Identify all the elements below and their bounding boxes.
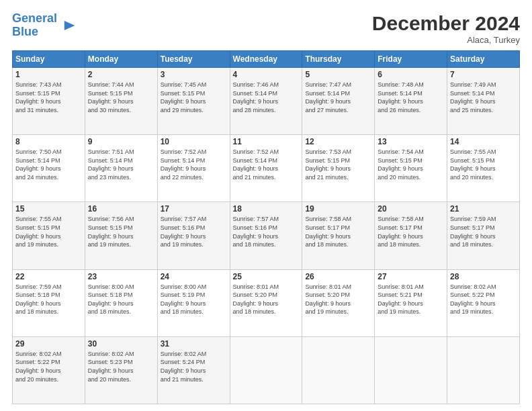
day-number: 16 xyxy=(88,204,154,214)
day-info: Sunrise: 7:57 AM Sunset: 5:16 PM Dayligh… xyxy=(233,215,300,248)
day-header: Thursday xyxy=(302,51,375,68)
day-cell xyxy=(447,336,520,404)
day-info: Sunrise: 7:58 AM Sunset: 5:17 PM Dayligh… xyxy=(305,215,371,248)
day-number: 7 xyxy=(450,70,517,79)
day-cell: 31Sunrise: 8:02 AM Sunset: 5:24 PM Dayli… xyxy=(157,336,230,404)
day-cell: 12Sunrise: 7:53 AM Sunset: 5:15 PM Dayli… xyxy=(302,135,375,202)
day-number: 26 xyxy=(305,272,371,281)
logo-text: GeneralBlue xyxy=(12,12,57,39)
day-info: Sunrise: 8:01 AM Sunset: 5:20 PM Dayligh… xyxy=(305,283,371,316)
day-info: Sunrise: 7:59 AM Sunset: 5:17 PM Dayligh… xyxy=(450,215,517,248)
day-info: Sunrise: 8:01 AM Sunset: 5:21 PM Dayligh… xyxy=(378,283,444,316)
calendar-table: SundayMondayTuesdayWednesdayThursdayFrid… xyxy=(12,50,520,404)
day-cell: 1Sunrise: 7:43 AM Sunset: 5:15 PM Daylig… xyxy=(13,68,85,135)
day-header: Monday xyxy=(85,51,157,68)
day-number: 1 xyxy=(15,70,82,79)
day-cell: 10Sunrise: 7:52 AM Sunset: 5:14 PM Dayli… xyxy=(157,135,230,202)
day-cell: 27Sunrise: 8:01 AM Sunset: 5:21 PM Dayli… xyxy=(375,269,447,336)
day-number: 13 xyxy=(378,137,444,146)
day-info: Sunrise: 8:02 AM Sunset: 5:22 PM Dayligh… xyxy=(15,350,82,383)
day-number: 5 xyxy=(305,70,371,79)
day-cell: 9Sunrise: 7:51 AM Sunset: 5:14 PM Daylig… xyxy=(85,135,157,202)
day-cell xyxy=(302,336,375,404)
day-number: 14 xyxy=(450,137,517,146)
logo-icon xyxy=(58,16,77,35)
day-header: Sunday xyxy=(13,51,85,68)
day-info: Sunrise: 7:50 AM Sunset: 5:14 PM Dayligh… xyxy=(15,148,82,181)
day-cell: 5Sunrise: 7:47 AM Sunset: 5:14 PM Daylig… xyxy=(302,68,375,135)
day-header: Tuesday xyxy=(157,51,230,68)
day-cell: 16Sunrise: 7:56 AM Sunset: 5:15 PM Dayli… xyxy=(85,202,157,269)
day-cell: 30Sunrise: 8:02 AM Sunset: 5:23 PM Dayli… xyxy=(85,336,157,404)
day-number: 27 xyxy=(378,272,444,281)
logo: GeneralBlue xyxy=(12,12,77,39)
day-info: Sunrise: 7:55 AM Sunset: 5:15 PM Dayligh… xyxy=(15,215,82,248)
week-row: 8Sunrise: 7:50 AM Sunset: 5:14 PM Daylig… xyxy=(13,135,520,202)
day-info: Sunrise: 7:52 AM Sunset: 5:14 PM Dayligh… xyxy=(161,148,227,181)
day-number: 11 xyxy=(233,137,300,146)
week-row: 15Sunrise: 7:55 AM Sunset: 5:15 PM Dayli… xyxy=(13,202,520,269)
day-cell: 15Sunrise: 7:55 AM Sunset: 5:15 PM Dayli… xyxy=(13,202,85,269)
day-cell xyxy=(375,336,447,404)
svg-marker-0 xyxy=(64,21,75,30)
title-block: December 2024 Alaca, Turkey xyxy=(372,12,520,45)
day-number: 21 xyxy=(450,204,517,214)
day-info: Sunrise: 7:49 AM Sunset: 5:14 PM Dayligh… xyxy=(450,81,517,114)
week-row: 29Sunrise: 8:02 AM Sunset: 5:22 PM Dayli… xyxy=(13,336,520,404)
day-info: Sunrise: 7:58 AM Sunset: 5:17 PM Dayligh… xyxy=(378,215,444,248)
day-cell: 25Sunrise: 8:01 AM Sunset: 5:20 PM Dayli… xyxy=(230,269,302,336)
day-cell: 23Sunrise: 8:00 AM Sunset: 5:18 PM Dayli… xyxy=(85,269,157,336)
day-number: 31 xyxy=(161,339,227,349)
day-number: 25 xyxy=(233,272,300,281)
day-cell: 18Sunrise: 7:57 AM Sunset: 5:16 PM Dayli… xyxy=(230,202,302,269)
day-cell: 14Sunrise: 7:55 AM Sunset: 5:15 PM Dayli… xyxy=(447,135,520,202)
day-cell: 29Sunrise: 8:02 AM Sunset: 5:22 PM Dayli… xyxy=(13,336,85,404)
day-cell: 20Sunrise: 7:58 AM Sunset: 5:17 PM Dayli… xyxy=(375,202,447,269)
day-cell: 24Sunrise: 8:00 AM Sunset: 5:19 PM Dayli… xyxy=(157,269,230,336)
day-cell: 7Sunrise: 7:49 AM Sunset: 5:14 PM Daylig… xyxy=(447,68,520,135)
day-number: 23 xyxy=(88,272,154,281)
day-number: 18 xyxy=(233,204,300,214)
day-number: 28 xyxy=(450,272,517,281)
day-number: 20 xyxy=(378,204,444,214)
header-row: SundayMondayTuesdayWednesdayThursdayFrid… xyxy=(13,51,520,68)
day-header: Saturday xyxy=(447,51,520,68)
day-header: Friday xyxy=(375,51,447,68)
day-number: 3 xyxy=(161,70,227,79)
day-info: Sunrise: 7:55 AM Sunset: 5:15 PM Dayligh… xyxy=(450,148,517,181)
day-cell: 22Sunrise: 7:59 AM Sunset: 5:18 PM Dayli… xyxy=(13,269,85,336)
month-title: December 2024 xyxy=(372,12,520,35)
day-cell: 28Sunrise: 8:02 AM Sunset: 5:22 PM Dayli… xyxy=(447,269,520,336)
day-number: 24 xyxy=(161,272,227,281)
day-info: Sunrise: 7:45 AM Sunset: 5:15 PM Dayligh… xyxy=(161,81,227,114)
day-info: Sunrise: 7:54 AM Sunset: 5:15 PM Dayligh… xyxy=(378,148,444,181)
day-cell: 19Sunrise: 7:58 AM Sunset: 5:17 PM Dayli… xyxy=(302,202,375,269)
day-cell: 2Sunrise: 7:44 AM Sunset: 5:15 PM Daylig… xyxy=(85,68,157,135)
day-info: Sunrise: 8:02 AM Sunset: 5:23 PM Dayligh… xyxy=(88,350,154,383)
day-cell: 21Sunrise: 7:59 AM Sunset: 5:17 PM Dayli… xyxy=(447,202,520,269)
location: Alaca, Turkey xyxy=(372,35,520,45)
day-info: Sunrise: 7:56 AM Sunset: 5:15 PM Dayligh… xyxy=(88,215,154,248)
day-info: Sunrise: 7:48 AM Sunset: 5:14 PM Dayligh… xyxy=(378,81,444,114)
day-header: Wednesday xyxy=(230,51,302,68)
week-row: 22Sunrise: 7:59 AM Sunset: 5:18 PM Dayli… xyxy=(13,269,520,336)
day-info: Sunrise: 7:52 AM Sunset: 5:14 PM Dayligh… xyxy=(233,148,300,181)
day-number: 17 xyxy=(161,204,227,214)
day-info: Sunrise: 7:51 AM Sunset: 5:14 PM Dayligh… xyxy=(88,148,154,181)
day-info: Sunrise: 7:53 AM Sunset: 5:15 PM Dayligh… xyxy=(305,148,371,181)
day-info: Sunrise: 8:01 AM Sunset: 5:20 PM Dayligh… xyxy=(233,283,300,316)
day-cell: 17Sunrise: 7:57 AM Sunset: 5:16 PM Dayli… xyxy=(157,202,230,269)
week-row: 1Sunrise: 7:43 AM Sunset: 5:15 PM Daylig… xyxy=(13,68,520,135)
day-info: Sunrise: 7:47 AM Sunset: 5:14 PM Dayligh… xyxy=(305,81,371,114)
day-cell: 11Sunrise: 7:52 AM Sunset: 5:14 PM Dayli… xyxy=(230,135,302,202)
day-cell: 13Sunrise: 7:54 AM Sunset: 5:15 PM Dayli… xyxy=(375,135,447,202)
day-info: Sunrise: 8:00 AM Sunset: 5:19 PM Dayligh… xyxy=(161,283,227,316)
day-number: 8 xyxy=(15,137,82,146)
day-cell: 8Sunrise: 7:50 AM Sunset: 5:14 PM Daylig… xyxy=(13,135,85,202)
day-number: 9 xyxy=(88,137,154,146)
day-info: Sunrise: 7:44 AM Sunset: 5:15 PM Dayligh… xyxy=(88,81,154,114)
header: GeneralBlue December 2024 Alaca, Turkey xyxy=(12,12,520,45)
day-number: 2 xyxy=(88,70,154,79)
day-info: Sunrise: 8:02 AM Sunset: 5:22 PM Dayligh… xyxy=(450,283,517,316)
day-cell: 6Sunrise: 7:48 AM Sunset: 5:14 PM Daylig… xyxy=(375,68,447,135)
